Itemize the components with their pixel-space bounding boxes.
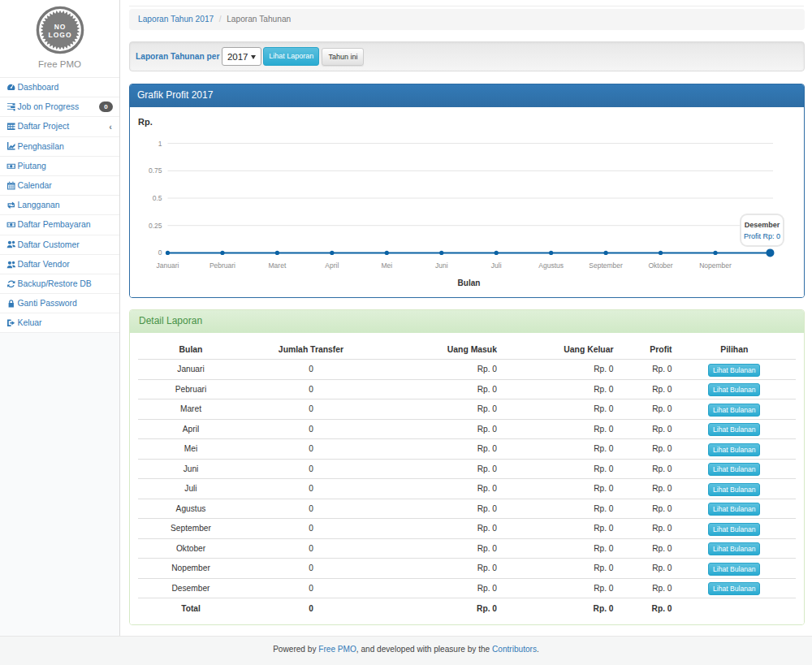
svg-text:0: 0 bbox=[158, 248, 162, 257]
svg-text:1: 1 bbox=[158, 139, 162, 147]
svg-text:Agustus: Agustus bbox=[538, 261, 564, 269]
svg-text:Juni: Juni bbox=[435, 261, 448, 269]
svg-text:Januari: Januari bbox=[157, 261, 179, 269]
svg-text:0.5: 0.5 bbox=[153, 194, 162, 202]
svg-text:NO: NO bbox=[54, 23, 66, 31]
svg-text:Juli: Juli bbox=[491, 261, 502, 269]
svg-text:April: April bbox=[325, 261, 339, 269]
svg-text:Bulan: Bulan bbox=[458, 278, 481, 287]
svg-text:Oktober: Oktober bbox=[648, 261, 672, 269]
svg-text:Mei: Mei bbox=[381, 261, 392, 269]
svg-text:Nopember: Nopember bbox=[699, 261, 732, 269]
svg-text:0.75: 0.75 bbox=[149, 166, 162, 175]
svg-text:September: September bbox=[589, 261, 623, 269]
svg-text:LOGO: LOGO bbox=[48, 31, 71, 39]
svg-text:Rp.: Rp. bbox=[138, 117, 153, 127]
svg-text:Maret: Maret bbox=[269, 261, 287, 269]
svg-text:Pebruari: Pebruari bbox=[209, 261, 235, 269]
svg-text:0.25: 0.25 bbox=[149, 221, 162, 229]
